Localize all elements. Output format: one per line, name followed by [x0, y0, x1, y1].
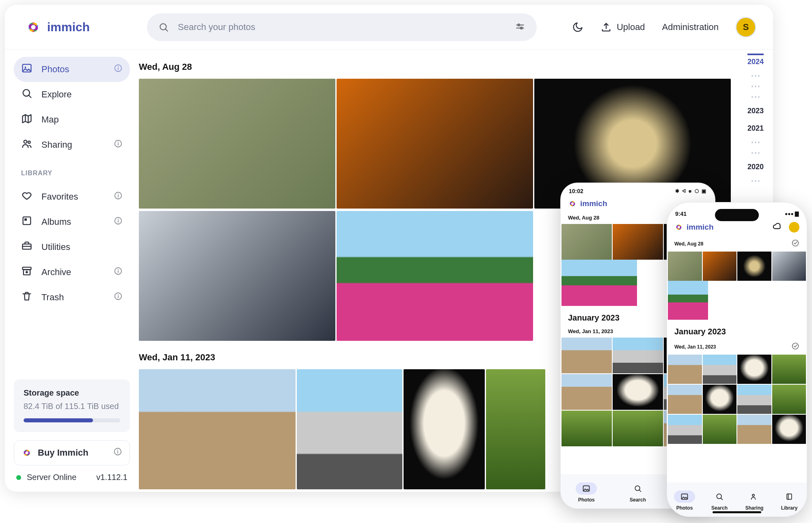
photo-thumbnail[interactable]: [668, 355, 702, 384]
photo-thumbnail[interactable]: [486, 369, 545, 489]
photo-thumbnail[interactable]: [668, 385, 702, 414]
photo-thumbnail[interactable]: [737, 385, 771, 414]
info-icon[interactable]: [114, 267, 123, 278]
photo-thumbnail[interactable]: [613, 338, 663, 373]
photo-thumbnail[interactable]: [668, 415, 702, 444]
tab-photos[interactable]: Photos: [674, 491, 695, 511]
photo-thumbnail[interactable]: [737, 355, 771, 384]
sidebar-item-sharing[interactable]: Sharing: [14, 132, 130, 157]
status-time: 10:02: [569, 188, 583, 194]
photo-thumbnail[interactable]: [139, 79, 335, 209]
sidebar-item-utilities[interactable]: Utilities: [14, 235, 130, 260]
svg-point-16: [118, 66, 119, 67]
photo-thumbnail[interactable]: [772, 415, 806, 444]
photo-thumbnail[interactable]: [561, 338, 612, 373]
photo-thumbnail[interactable]: [561, 260, 637, 306]
photo-thumbnail[interactable]: [297, 369, 402, 489]
sidebar-item-photos[interactable]: Photos: [14, 57, 130, 82]
info-icon[interactable]: [114, 64, 123, 75]
sidebar-item-explore[interactable]: Explore: [14, 82, 130, 107]
scrubber-year[interactable]: 2020: [747, 163, 764, 171]
image-icon: [21, 62, 32, 76]
administration-link[interactable]: Administration: [662, 22, 719, 32]
date-heading: Wed, Aug 28: [139, 62, 745, 72]
info-icon[interactable]: [113, 447, 122, 458]
theme-toggle[interactable]: [572, 22, 583, 33]
tab-photos[interactable]: Photos: [576, 482, 597, 503]
search-bar[interactable]: [147, 13, 537, 41]
scrubber-current-year[interactable]: 2024: [747, 54, 764, 66]
user-avatar[interactable]: S: [736, 17, 756, 37]
info-icon[interactable]: [114, 216, 123, 228]
info-icon[interactable]: [114, 191, 123, 202]
sidebar-item-trash[interactable]: Trash: [14, 285, 130, 310]
photo-thumbnail[interactable]: [703, 252, 737, 281]
info-icon[interactable]: [114, 139, 123, 151]
library-section-header: LIBRARY: [14, 157, 130, 184]
photo-thumbnail[interactable]: [561, 411, 612, 446]
library-icon: [785, 493, 793, 501]
tab-library[interactable]: Library: [779, 491, 800, 511]
date-heading: Wed, Jan 11, 2023: [674, 344, 716, 350]
photo-thumbnail[interactable]: [337, 79, 533, 209]
photo-thumbnail[interactable]: [737, 415, 771, 444]
photo-thumbnail[interactable]: [772, 355, 806, 384]
sidebar-item-label: Photos: [41, 64, 69, 75]
photo-thumbnail[interactable]: [668, 281, 708, 320]
photo-thumbnail[interactable]: [772, 252, 806, 281]
photo-thumbnail[interactable]: [561, 374, 612, 410]
tab-sharing[interactable]: Sharing: [744, 491, 765, 511]
buy-immich-button[interactable]: Buy Immich: [14, 440, 130, 465]
scrubber-dots: [752, 142, 760, 143]
tab-search[interactable]: Search: [627, 482, 648, 503]
svg-rect-74: [787, 494, 792, 499]
server-status-row: Server Online v1.112.1: [14, 465, 130, 484]
sidebar-item-archive[interactable]: Archive: [14, 260, 130, 285]
photo-thumbnail[interactable]: [561, 224, 612, 260]
photo-thumbnail[interactable]: [703, 385, 737, 414]
tune-icon[interactable]: [515, 22, 525, 32]
scrubber-year[interactable]: 2021: [747, 124, 764, 133]
photo-thumbnail[interactable]: [613, 411, 663, 446]
photo-thumbnail[interactable]: [703, 415, 737, 444]
admin-label: Administration: [662, 22, 719, 32]
brand-name: immich: [687, 223, 714, 232]
upload-button[interactable]: Upload: [600, 22, 645, 33]
select-all-icon[interactable]: [791, 239, 799, 248]
flower-icon: [25, 19, 41, 35]
photo-thumbnail[interactable]: [737, 252, 771, 281]
status-icons: ●●● ▇: [785, 211, 799, 217]
svg-point-22: [28, 141, 30, 144]
photo-thumbnail[interactable]: [613, 374, 663, 410]
svg-point-48: [25, 451, 28, 454]
photo-thumbnail[interactable]: [772, 385, 806, 414]
scrubber-year[interactable]: 2023: [747, 107, 764, 115]
user-avatar[interactable]: [789, 222, 799, 232]
year-scrubber[interactable]: 2024 2023 2021 2020: [741, 50, 770, 182]
photo-thumbnail[interactable]: [139, 369, 296, 489]
image-icon: [680, 493, 689, 501]
sidebar-item-albums[interactable]: Albums: [14, 209, 130, 235]
tab-search[interactable]: Search: [709, 491, 730, 511]
info-icon[interactable]: [114, 292, 123, 303]
photo-thumbnail[interactable]: [668, 252, 702, 281]
photo-thumbnail[interactable]: [404, 369, 485, 489]
photo-thumbnail[interactable]: [613, 224, 663, 260]
search-input[interactable]: [178, 22, 506, 32]
photo-thumbnail[interactable]: [139, 211, 335, 341]
photo-thumbnail[interactable]: [703, 355, 737, 384]
photo-thumbnail[interactable]: [337, 211, 533, 341]
avatar-initial: S: [743, 22, 749, 32]
select-all-icon[interactable]: [791, 342, 799, 351]
storage-text: 82.4 TiB of 115.1 TiB used: [24, 402, 120, 411]
sidebar-item-map[interactable]: Map: [14, 107, 130, 132]
buy-label: Buy Immich: [38, 448, 89, 458]
upload-label: Upload: [617, 22, 645, 32]
storage-title: Storage space: [24, 388, 120, 398]
status-time: 9:41: [675, 211, 687, 217]
sidebar-item-favorites[interactable]: Favorites: [14, 184, 130, 209]
logo[interactable]: immich: [25, 19, 147, 35]
svg-point-28: [118, 194, 119, 194]
header-actions: Upload Administration S: [572, 17, 756, 37]
backup-status-icon[interactable]: [773, 222, 782, 232]
